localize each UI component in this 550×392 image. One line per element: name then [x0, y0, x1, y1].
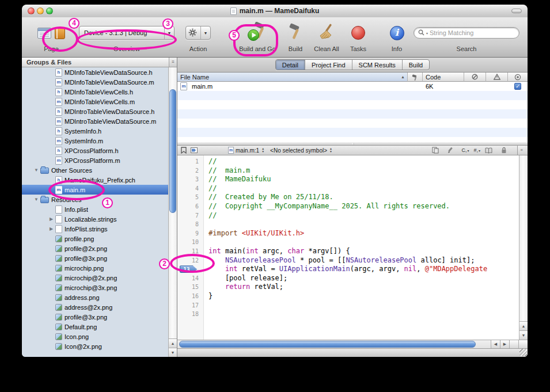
sidebar-item[interactable]: microchip.png	[22, 263, 177, 273]
line-number[interactable]: 10	[177, 238, 204, 247]
edit-pencil-icon[interactable]	[446, 147, 454, 154]
breakpoints-gutter-icon[interactable]	[190, 147, 198, 154]
symbol-popup-stepper-icon[interactable]: ▲▼	[329, 147, 332, 153]
sidebar-header[interactable]: Groups & Files ≡	[22, 58, 177, 67]
split-editor-button[interactable]: ≡	[517, 146, 525, 155]
sidebar-item[interactable]: Default.png	[22, 322, 177, 332]
file-popup[interactable]: main.m:1	[236, 147, 259, 154]
column-header-warnings[interactable]	[486, 73, 508, 82]
tab-build[interactable]: Build	[403, 60, 429, 70]
sidebar-item[interactable]: ▶InfoPlist.strings	[22, 224, 177, 234]
tasks-toolbar-item[interactable]: Tasks	[346, 20, 371, 55]
editor-vertical-scrollbar[interactable]: ▲ ▼	[519, 155, 528, 340]
sidebar-item[interactable]: mMDIntroTableViewDataSource.m	[22, 116, 177, 126]
window-titlebar[interactable]: main.m — MameDaifuku	[22, 5, 528, 17]
line-number[interactable]: 3	[177, 175, 204, 184]
sidebar-item[interactable]: Info.plist	[22, 204, 177, 214]
search-menu-chevron-icon[interactable]: ▾	[426, 31, 428, 35]
tab-scm-results[interactable]: SCM Results	[352, 60, 403, 70]
clean-all-toolbar-item[interactable]: Clean All	[310, 20, 343, 55]
sidebar-item[interactable]: mMDInfoTableViewCells.m	[22, 97, 177, 106]
build-and-go-toolbar-item[interactable]: Build and Go	[236, 20, 279, 55]
document-proxy-icon[interactable]	[230, 7, 237, 15]
resize-grip[interactable]	[519, 349, 527, 356]
toolbar-toggle-button[interactable]	[511, 9, 522, 13]
column-header-file-name[interactable]: File Name ▲	[177, 73, 408, 82]
line-number[interactable]: 5	[177, 193, 204, 202]
line-number[interactable]: 6	[177, 202, 204, 211]
target-checkbox[interactable]: ✓	[514, 83, 521, 90]
sidebar-item[interactable]: hMDInfoTableViewCells.h	[22, 87, 177, 97]
sidebar-item[interactable]: profile@3x.png	[22, 253, 177, 263]
action-popup[interactable]: ▼	[185, 26, 211, 40]
scrollbar-extra-button[interactable]	[509, 340, 518, 348]
sidebar-item[interactable]: address.png	[22, 292, 177, 302]
line-number[interactable]: 8	[177, 220, 204, 229]
symbol-popup[interactable]: <No selected symbol>	[270, 147, 327, 154]
scroll-right-button[interactable]: ▶	[500, 340, 509, 348]
sidebar-item[interactable]: mXPCrossPlatform.m	[22, 155, 177, 165]
sidebar-item[interactable]: Icon.png	[22, 332, 177, 341]
line-number[interactable]: 11	[177, 247, 204, 256]
sidebar-item[interactable]: ▶Localizable.strings	[22, 214, 177, 224]
overview-popup[interactable]: Device - 3.1.3 | Debug ▼	[79, 26, 175, 40]
sidebar-item[interactable]: ▼Other Sources	[22, 165, 177, 175]
scroll-left-button[interactable]: ◀	[491, 340, 500, 348]
counterpart-pages-icon[interactable]	[431, 147, 439, 154]
sidebar-item[interactable]: profile@3x.png	[22, 312, 177, 322]
sidebar-item[interactable]: profile.png	[22, 234, 177, 243]
info-toolbar-item[interactable]: i Info	[385, 20, 409, 55]
breakpoint-marker[interactable]: 13	[180, 265, 197, 273]
source-editor[interactable]: 1//2// main.m3// MameDaifuku4//5// Creat…	[177, 155, 519, 340]
bookmarks-icon[interactable]	[180, 147, 187, 154]
line-number[interactable]: 12	[177, 256, 204, 265]
sidebar-item[interactable]: hMameDaifuku_Prefix.pch	[22, 175, 177, 185]
line-number[interactable]: 17	[177, 301, 204, 310]
disclosure-closed-icon[interactable]: ▶	[47, 226, 55, 231]
sidebar-item[interactable]: Icon@2x.png	[22, 341, 177, 351]
line-number[interactable]: 4	[177, 184, 204, 193]
file-popup-stepper-icon[interactable]: ▲▼	[261, 147, 264, 153]
column-header-errors[interactable]	[464, 73, 486, 82]
line-number[interactable]: 15	[177, 283, 204, 292]
sidebar-item[interactable]: ▼Resources	[22, 195, 177, 204]
sidebar-item[interactable]: hMDInfoTableViewDataSource.h	[22, 67, 177, 77]
scroll-up-button[interactable]: ▲	[519, 321, 528, 330]
sidebar-item[interactable]: mmain.m	[22, 185, 177, 195]
line-number[interactable]: 1	[177, 157, 204, 166]
disclosure-open-icon[interactable]: ▼	[32, 197, 40, 202]
includes-hash-button[interactable]: #,▾	[473, 147, 480, 153]
sidebar-header-widget[interactable]: ≡	[169, 58, 177, 67]
sidebar-item[interactable]: mSystemInfo.m	[22, 136, 177, 146]
column-header-target[interactable]	[508, 73, 528, 82]
tab-project-find[interactable]: Project Find	[305, 60, 352, 70]
sidebar-item[interactable]: mMDInfoTableViewDataSource.m	[22, 77, 177, 87]
lock-icon[interactable]	[500, 147, 507, 154]
editor-horizontal-scrollbar[interactable]: ◀ ▶	[177, 340, 528, 348]
sidebar-scrollbar[interactable]: ▲ ▼	[168, 67, 177, 357]
counterpart-c-button[interactable]: C,▾	[461, 147, 469, 153]
sidebar-item[interactable]: microchip@2x.png	[22, 273, 177, 283]
sidebar-item[interactable]: hMDIntroTableViewDataSource.h	[22, 106, 177, 116]
sidebar-item[interactable]: address@2x.png	[22, 302, 177, 312]
scroll-down-button[interactable]: ▼	[169, 348, 177, 357]
search-field[interactable]: ▾	[414, 27, 519, 39]
sidebar-item[interactable]: hXPCrossPlatform.h	[22, 146, 177, 155]
page-layout-icon[interactable]	[37, 28, 51, 39]
build-toolbar-item[interactable]: Build	[282, 20, 309, 55]
sidebar-item[interactable]: hSystemInfo.h	[22, 126, 177, 136]
column-header-build-status[interactable]	[408, 73, 423, 82]
scroll-down-button[interactable]: ▼	[519, 330, 528, 340]
line-number[interactable]: 13	[177, 265, 204, 274]
scroll-up-button[interactable]: ▲	[169, 338, 177, 348]
disclosure-closed-icon[interactable]: ▶	[47, 216, 55, 222]
disclosure-open-icon[interactable]: ▼	[32, 168, 40, 173]
sidebar-scrollbar-thumb[interactable]	[169, 89, 176, 213]
column-header-code[interactable]: Code	[423, 73, 464, 82]
line-number[interactable]: 9	[177, 229, 204, 238]
sidebar-item[interactable]: profile@2x.png	[22, 243, 177, 253]
tab-detail[interactable]: Detail	[276, 60, 305, 70]
table-row[interactable]: mmain.m6K✓	[177, 82, 528, 91]
line-number[interactable]: 7	[177, 211, 204, 220]
line-number[interactable]: 14	[177, 274, 204, 283]
